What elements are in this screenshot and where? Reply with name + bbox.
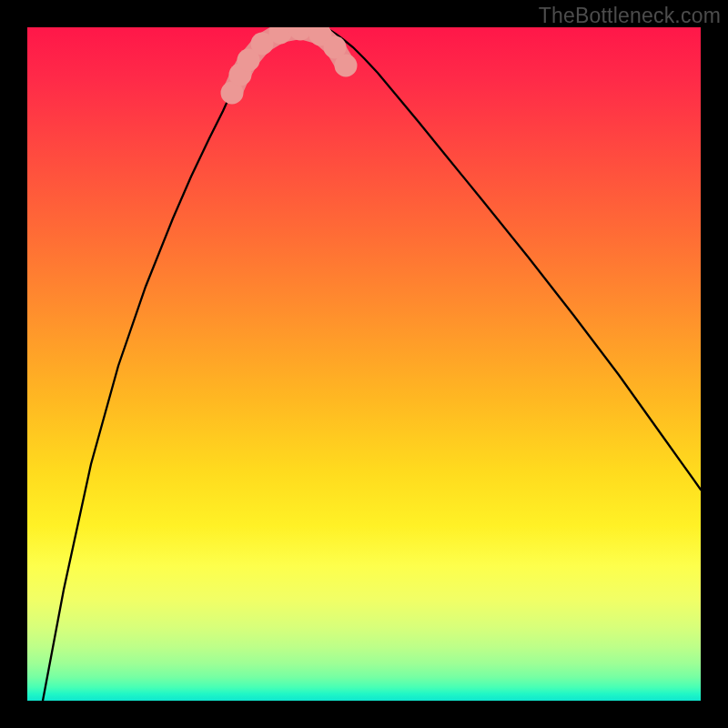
watermark-text: TheBottleneck.com bbox=[539, 4, 721, 28]
left-curve bbox=[43, 29, 287, 701]
pink-segment-caps bbox=[221, 27, 358, 105]
plot-area bbox=[27, 27, 701, 701]
chart-frame: TheBottleneck.com bbox=[0, 0, 728, 728]
pink-bead bbox=[335, 55, 358, 77]
right-curve bbox=[328, 29, 701, 490]
curve-layer bbox=[27, 27, 701, 701]
